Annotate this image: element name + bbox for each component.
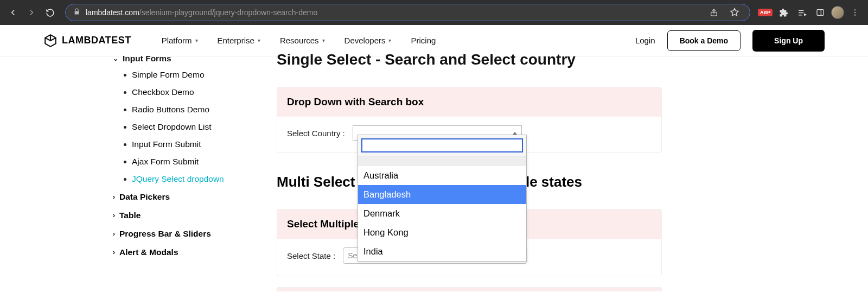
chevron-down-icon: ▾ [195,37,198,43]
browser-chrome: lambdatest.com/selenium-playground/jquer… [0,0,868,25]
nav-enterprise[interactable]: Enterprise▾ [218,36,260,45]
profile-avatar[interactable] [831,6,844,19]
nav-developers[interactable]: Developers▾ [344,36,392,45]
dropdown-option[interactable]: Denmark [358,204,526,223]
panel-peek [277,287,662,291]
chevron-right-icon: › [113,212,115,219]
book-demo-button[interactable]: Book a Demo [667,30,741,51]
sidebar: ⌄ Input Forms Simple Form Demo Checkbox … [108,56,260,291]
sidebar-group-table[interactable]: ›Table [108,206,260,225]
sidebar-item-simple-form[interactable]: Simple Form Demo [124,66,260,84]
url-bar[interactable]: lambdatest.com/selenium-playground/jquer… [65,4,750,21]
sidebar-group-input-forms[interactable]: ⌄ Input Forms [108,55,260,66]
sidebar-group-progress[interactable]: ›Progress Bar & Sliders [108,225,260,243]
sidebar-item-ajax-submit[interactable]: Ajax Form Submit [124,153,260,170]
login-link[interactable]: Login [635,36,655,45]
nav-pricing[interactable]: Pricing [411,36,436,45]
chevron-down-icon: ▾ [388,37,391,43]
share-icon[interactable] [706,5,722,20]
chevron-right-icon: › [113,249,115,256]
url-text: lambdatest.com/selenium-playground/jquer… [86,8,701,17]
chevron-down-icon: ▾ [322,37,325,43]
reload-button[interactable] [42,5,58,20]
back-button[interactable] [5,5,21,20]
extensions-icon[interactable] [776,5,791,20]
dropdown-option[interactable]: Bangladesh [358,185,526,204]
chevron-down-icon: ⌄ [113,55,118,62]
sidebar-group-data-pickers[interactable]: ›Data Pickers [108,188,260,206]
forward-button[interactable] [24,5,39,20]
lock-icon [73,8,80,17]
page-heading: Single Select - Search and Select countr… [277,54,662,68]
chevron-down-icon: ▾ [258,37,260,43]
sidebar-item-select[interactable]: Select Dropdown List [124,118,260,136]
nav-menu: Platform▾ Enterprise▾ Resources▾ Develop… [162,36,436,45]
chevron-right-icon: › [113,230,115,238]
sidebar-group-alert[interactable]: ›Alert & Modals [108,243,260,262]
bookmark-star-icon[interactable] [727,5,742,20]
dropdown-option[interactable]: Australia [358,166,526,185]
dropdown-option-empty[interactable] [358,156,526,166]
kebab-menu-icon[interactable] [847,5,863,20]
svg-point-4 [854,12,856,13]
chevron-right-icon: › [113,193,115,201]
sidebar-group-label: Input Forms [123,55,171,62]
nav-platform[interactable]: Platform▾ [162,36,198,45]
arrow-up-icon [513,132,517,135]
svg-rect-1 [817,10,824,16]
signup-button[interactable]: Sign Up [752,30,825,52]
svg-point-5 [854,15,856,16]
dropdown-option[interactable]: India [358,242,526,261]
sidebar-item-jquery-dropdown[interactable]: JQuery Select dropdown [124,170,260,188]
select-state-label: Select State : [287,251,335,260]
dropdown-search-wrap [358,135,526,156]
panel-title: Drop Down with Search box [277,87,661,117]
sidebar-item-checkbox[interactable]: Checkbox Demo [124,84,260,101]
nav-resources[interactable]: Resources▾ [280,36,325,45]
panel-icon[interactable] [813,5,828,20]
dropdown-search-input[interactable] [361,138,523,152]
abp-extension-icon[interactable]: ABP [758,9,773,16]
site-header: LAMBDATEST Platform▾ Enterprise▾ Resourc… [0,25,868,56]
svg-point-3 [854,9,856,10]
brand-logo[interactable]: LAMBDATEST [43,34,131,48]
select-country-label: Select Country : [287,129,345,138]
sidebar-item-input-submit[interactable]: Input Form Submit [124,136,260,153]
brand-text: LAMBDATEST [62,35,131,46]
dropdown-option[interactable]: Hong Kong [358,223,526,242]
sidebar-item-radio[interactable]: Radio Buttons Demo [124,101,260,118]
country-dropdown: Australia Bangladesh Denmark Hong Kong I… [358,135,527,262]
media-icon[interactable] [794,5,809,20]
